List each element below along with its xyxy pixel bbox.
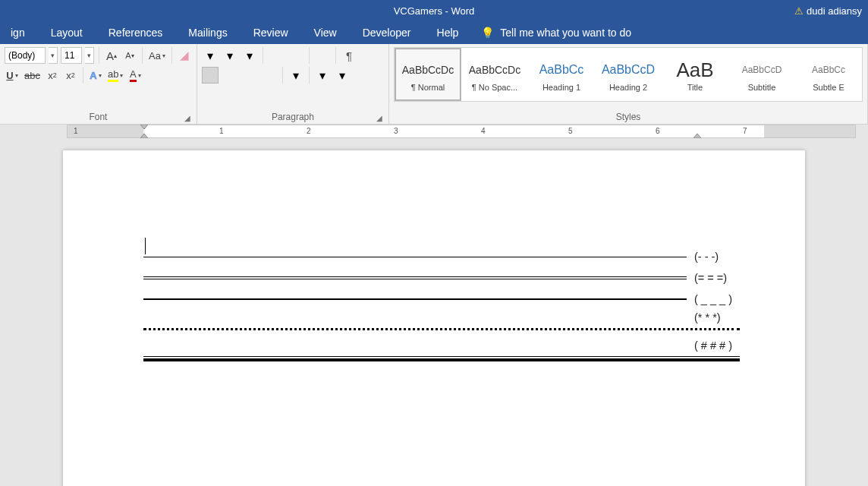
style-preview: AaBbCcD xyxy=(742,57,782,83)
border-label: ( # # # ) xyxy=(694,339,740,352)
eraser-icon: ◢ xyxy=(180,49,189,62)
style-preview: AaB xyxy=(676,57,713,83)
tab-references[interactable]: References xyxy=(102,27,169,39)
divider xyxy=(99,47,99,64)
ruler-mark: 2 xyxy=(307,127,311,135)
style-item--no-spac-[interactable]: AaBbCcDc¶ No Spac... xyxy=(461,48,528,101)
text-effects-button[interactable]: A▾ xyxy=(88,67,103,84)
style-name: ¶ No Spac... xyxy=(472,83,517,92)
divider xyxy=(282,67,283,84)
tab-help[interactable]: Help xyxy=(431,27,465,39)
tab-developer[interactable]: Developer xyxy=(357,27,417,39)
decrease-indent-button[interactable] xyxy=(268,47,285,64)
numbering-button[interactable]: 123▾ xyxy=(222,47,238,64)
text-cursor xyxy=(145,238,146,254)
border-sample-row: (- - -) xyxy=(143,251,740,263)
user-account[interactable]: ⚠ dudi adiansy xyxy=(794,5,862,17)
subscript-button[interactable]: x2 xyxy=(45,67,60,84)
ruler-mark: 7 xyxy=(743,127,747,135)
font-size-combo[interactable]: 11 xyxy=(61,47,82,64)
ribbon-tabs: ign Layout References Mailings Review Vi… xyxy=(0,21,868,44)
ruler-mark: 4 xyxy=(481,127,486,135)
divider xyxy=(309,47,310,64)
border-sample-row: ( # # # ) xyxy=(143,339,740,352)
ruler-margin-right xyxy=(764,125,855,137)
style-item-heading-1[interactable]: AaBbCcHeading 1 xyxy=(528,48,595,101)
grow-font-button[interactable]: A▴ xyxy=(104,47,119,64)
style-item-subtle-e[interactable]: AaBbCcSubtle E xyxy=(795,48,862,101)
font-size-dropdown[interactable]: ▾ xyxy=(85,47,94,64)
bullets-button[interactable]: ▾ xyxy=(202,47,219,64)
border-label: (- - -) xyxy=(694,251,740,263)
font-name-dropdown[interactable]: ▾ xyxy=(49,47,58,64)
align-left-button[interactable] xyxy=(202,67,219,84)
highlight-color-button[interactable]: ab▾ xyxy=(106,67,124,84)
border-label: ( _ _ _ ) xyxy=(694,293,740,305)
show-marks-button[interactable]: ¶ xyxy=(341,47,357,64)
align-center-button[interactable] xyxy=(222,67,238,84)
align-right-button[interactable] xyxy=(241,67,258,84)
tab-mailings[interactable]: Mailings xyxy=(182,27,233,39)
divider xyxy=(171,47,172,64)
user-name: dudi adiansy xyxy=(807,5,862,17)
style-name: Subtitle xyxy=(748,83,776,92)
font-dialog-launcher[interactable]: ◢ xyxy=(184,114,190,122)
divider xyxy=(142,47,143,64)
document-area: (- - -)(= = =)( _ _ _ )(* * *)( # # # ) xyxy=(0,141,868,486)
horizontal-ruler[interactable]: 1 1 2 3 4 5 6 7 xyxy=(67,125,856,138)
ruler-mark: 3 xyxy=(394,127,398,135)
border-line xyxy=(143,257,687,257)
group-label-paragraph: Paragraph xyxy=(272,112,314,122)
document-page[interactable]: (- - -)(= = =)( _ _ _ )(* * *)( # # # ) xyxy=(63,150,805,486)
group-font: (Body) ▾ 11 ▾ A▴ A▾ Aa▾ ◢ U▾ abc x2 x2 A… xyxy=(0,44,197,124)
clear-formatting-button[interactable]: ◢ xyxy=(177,47,192,64)
paragraph-dialog-launcher[interactable]: ◢ xyxy=(376,114,382,122)
line-spacing-button[interactable]: ▾ xyxy=(288,67,304,84)
style-item--normal[interactable]: AaBbCcDc¶ Normal xyxy=(395,48,461,101)
tell-me-label: Tell me what you want to do xyxy=(500,27,631,39)
style-name: Heading 1 xyxy=(542,83,580,92)
strikethrough-button[interactable]: abc xyxy=(23,67,42,84)
style-item-heading-2[interactable]: AaBbCcDHeading 2 xyxy=(595,48,662,101)
style-item-title[interactable]: AaBTitle xyxy=(662,48,728,101)
border-line xyxy=(143,356,740,361)
pilcrow-icon: ¶ xyxy=(346,49,352,62)
tab-review[interactable]: Review xyxy=(247,27,294,39)
border-line xyxy=(143,276,687,279)
tab-design[interactable]: ign xyxy=(5,27,31,39)
ruler-area: 1 1 2 3 4 5 6 7 xyxy=(0,125,868,141)
group-styles: AaBbCcDc¶ NormalAaBbCcDc¶ No Spac...AaBb… xyxy=(389,44,868,124)
border-label: (* * *) xyxy=(694,311,740,323)
style-preview: AaBbCc xyxy=(812,57,845,83)
underline-button[interactable]: U▾ xyxy=(5,67,20,84)
tab-layout[interactable]: Layout xyxy=(45,27,89,39)
shrink-font-button[interactable]: A▾ xyxy=(122,47,137,64)
increase-indent-button[interactable] xyxy=(288,47,304,64)
justify-button[interactable] xyxy=(261,67,278,84)
group-label-font: Font xyxy=(89,112,107,122)
border-sample-row xyxy=(143,356,740,361)
sort-button[interactable]: AZ xyxy=(314,47,331,64)
right-indent[interactable] xyxy=(693,125,701,131)
style-name: ¶ Normal xyxy=(411,83,445,92)
borders-button[interactable]: ▾ xyxy=(334,67,351,84)
border-sample-row: (= = =) xyxy=(143,272,740,284)
font-color-button[interactable]: A▾ xyxy=(127,67,143,84)
styles-gallery[interactable]: AaBbCcDc¶ NormalAaBbCcDc¶ No Spac...AaBb… xyxy=(394,47,863,102)
multilevel-list-button[interactable]: ▾ xyxy=(241,47,258,64)
superscript-button[interactable]: x2 xyxy=(63,67,78,84)
group-paragraph: ▾ 123▾ ▾ AZ ¶ ▾ ▾ ▾ xyxy=(197,44,389,124)
tab-view[interactable]: View xyxy=(308,27,343,39)
first-line-indent[interactable] xyxy=(140,125,148,131)
divider xyxy=(83,67,83,84)
font-name-combo[interactable]: (Body) xyxy=(5,47,46,64)
ruler-mark: 6 xyxy=(656,127,660,135)
style-item-subtitle[interactable]: AaBbCcDSubtitle xyxy=(728,48,795,101)
lightbulb-icon: 💡 xyxy=(481,27,494,39)
shading-button[interactable]: ▾ xyxy=(314,67,331,84)
style-preview: AaBbCcDc xyxy=(402,57,454,83)
tell-me[interactable]: 💡 Tell me what you want to do xyxy=(481,27,631,39)
change-case-button[interactable]: Aa▾ xyxy=(147,47,167,64)
divider xyxy=(309,67,310,84)
style-name: Heading 2 xyxy=(609,83,647,92)
